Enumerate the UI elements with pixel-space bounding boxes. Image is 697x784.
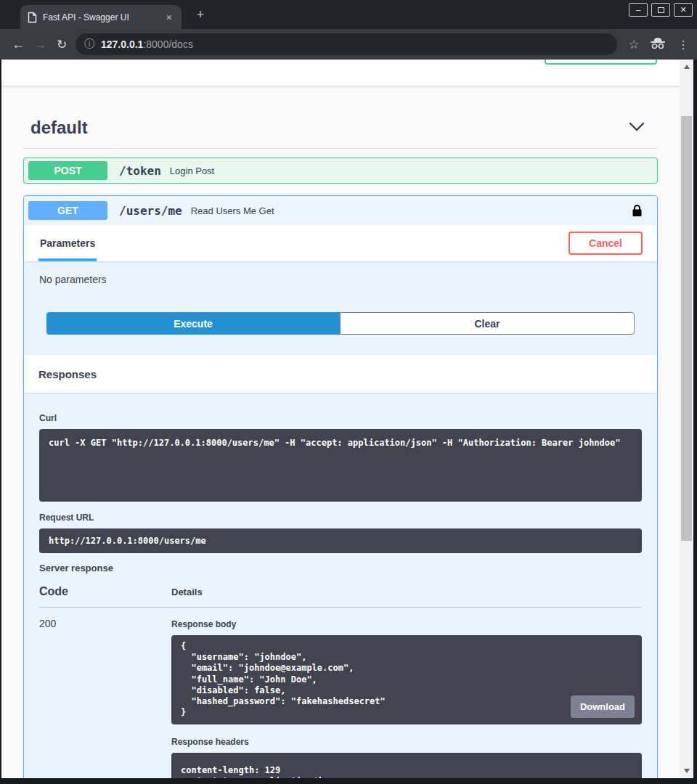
address-bar[interactable]: ⓘ 127.0.0.1:8000/docs — [76, 33, 617, 55]
get-opblock-header[interactable]: GET /users/me Read Users Me Get — [24, 196, 657, 225]
response-body-json: { "username": "johndoe", "email": "johnd… — [181, 641, 386, 717]
tab-title: Fast API - Swagger UI — [43, 12, 164, 23]
tab-close-icon[interactable]: × — [164, 12, 174, 23]
scroll-down-icon[interactable] — [680, 765, 693, 777]
api-content: default POST /token Login Post GET /user… — [1, 118, 680, 778]
opblock-post-token[interactable]: POST /token Login Post — [23, 158, 658, 184]
execute-button-group: Execute Clear — [24, 312, 657, 355]
server-response-label: Server response — [39, 563, 642, 573]
maximize-button[interactable] — [651, 3, 670, 17]
browser-tab-bar: Fast API - Swagger UI × + – ✕ — [0, 0, 697, 29]
response-details-cell: Response body { "username": "johndoe", "… — [171, 618, 642, 778]
status-code: 200 — [39, 618, 171, 778]
minimize-button[interactable]: – — [629, 3, 648, 17]
get-summary: Read Users Me Get — [191, 205, 274, 216]
browser-toolbar: ← → ↻ ⓘ 127.0.0.1:8000/docs ☆ ⋮ — [0, 29, 697, 60]
tag-title: default — [30, 118, 88, 138]
new-tab-button[interactable]: + — [192, 7, 209, 23]
response-body-block: { "username": "johndoe", "email": "johnd… — [171, 635, 642, 724]
chevron-down-icon[interactable] — [629, 121, 645, 134]
no-parameters-text: No parameters — [24, 261, 657, 312]
get-method-badge: GET — [28, 201, 107, 220]
operation-body: No parameters Execute Clear Responses Cu… — [24, 261, 657, 778]
scheme-container — [1, 60, 680, 86]
swagger-page: default POST /token Login Post GET /user… — [1, 60, 680, 778]
page-favicon-icon — [28, 12, 37, 23]
post-summary: Login Post — [170, 166, 214, 176]
scrollbar-thumb[interactable] — [681, 116, 692, 541]
request-url-label: Request URL — [39, 513, 642, 523]
tag-section-header[interactable]: default — [23, 118, 658, 149]
reload-icon[interactable]: ↻ — [51, 37, 73, 52]
get-path: /users/me — [119, 204, 182, 218]
responses-title: Responses — [38, 368, 97, 380]
code-column-header: Code — [39, 585, 171, 598]
details-column-header: Details — [171, 587, 203, 597]
clear-button[interactable]: Clear — [340, 312, 635, 335]
response-table-header: Code Details — [39, 585, 642, 608]
response-headers-label: Response headers — [171, 737, 642, 747]
tab-parameters[interactable]: Parameters — [38, 225, 97, 261]
post-method-badge: POST — [28, 161, 107, 180]
site-info-icon[interactable]: ⓘ — [84, 38, 94, 51]
response-headers-block: content-length: 129 content-type: applic… — [171, 753, 642, 778]
close-window-button[interactable]: ✕ — [674, 3, 693, 17]
url-host: 127.0.0.1 — [101, 38, 143, 50]
responses-body: Curl curl -X GET "http://127.0.0.1:8000/… — [24, 393, 657, 778]
window-controls: – ✕ — [629, 3, 693, 17]
forward-icon[interactable]: → — [29, 37, 51, 52]
responses-section-header: Responses — [24, 355, 657, 393]
parameters-section-header: Parameters Cancel — [24, 225, 657, 261]
execute-button[interactable]: Execute — [46, 312, 340, 335]
curl-command-block[interactable]: curl -X GET "http://127.0.0.1:8000/users… — [39, 429, 642, 502]
download-button[interactable]: Download — [571, 695, 635, 718]
cancel-button[interactable]: Cancel — [568, 232, 643, 255]
auth-lock-icon[interactable] — [632, 204, 643, 217]
url-path: :8000/docs — [143, 38, 193, 50]
opblock-get-users-me: GET /users/me Read Users Me Get Paramete… — [23, 195, 658, 778]
incognito-icon — [643, 37, 672, 52]
page-scrollbar[interactable] — [680, 60, 693, 778]
maximize-icon — [658, 7, 664, 13]
url-text: 127.0.0.1:8000/docs — [101, 38, 193, 50]
back-icon[interactable]: ← — [7, 37, 29, 52]
post-path: /token — [119, 164, 161, 178]
scroll-up-icon[interactable] — [680, 61, 693, 73]
response-row-200: 200 Response body { "username": "johndoe… — [39, 608, 642, 778]
bookmark-star-icon[interactable]: ☆ — [624, 37, 643, 52]
curl-label: Curl — [39, 413, 642, 423]
browser-menu-icon[interactable]: ⋮ — [672, 38, 694, 52]
browser-tab[interactable]: Fast API - Swagger UI × — [20, 5, 182, 29]
authorize-button[interactable] — [545, 60, 657, 65]
response-body-label: Response body — [171, 619, 642, 629]
request-url-block: http://127.0.0.1:8000/users/me — [39, 528, 642, 553]
